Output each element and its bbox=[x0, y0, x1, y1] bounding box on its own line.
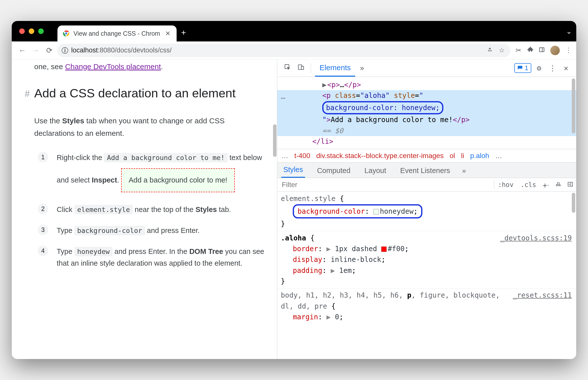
crumb-item[interactable]: div.stack.stack--block.type.center-image… bbox=[316, 152, 444, 160]
bookmark-icon[interactable]: ☆ bbox=[497, 46, 506, 54]
lead-text: one, see Change DevTools placement. bbox=[34, 61, 267, 72]
step-4: Type honeydew and press Enter. In the DO… bbox=[34, 246, 267, 270]
browser-window: View and change CSS - Chrom ✕ + ⌄ ← → ⟳ … bbox=[12, 21, 576, 359]
computed-tab[interactable]: Computed bbox=[315, 167, 352, 178]
back-button[interactable]: ← bbox=[17, 46, 28, 55]
extensions-icon[interactable] bbox=[527, 46, 533, 54]
step-1: Right-click the Add a background color t… bbox=[34, 152, 267, 195]
step-3: Type background-color and press Enter. bbox=[34, 225, 267, 237]
code-bg-text: Add a background color to me! bbox=[104, 153, 227, 162]
toolbar: ← → ⟳ i localhost:8080/docs/devtools/css… bbox=[12, 41, 576, 59]
cls-toggle[interactable]: .cls bbox=[517, 181, 540, 189]
page-viewport: one, see Change DevTools placement. Add … bbox=[12, 59, 277, 359]
color-swatch-red[interactable] bbox=[381, 246, 387, 252]
change-placement-link[interactable]: Change DevTools placement bbox=[65, 62, 161, 71]
close-devtools-button[interactable]: ✕ bbox=[560, 64, 572, 72]
elements-tab[interactable]: Elements bbox=[315, 60, 355, 77]
page-scrollbar[interactable] bbox=[273, 124, 277, 157]
close-tab-button[interactable]: ✕ bbox=[164, 30, 172, 37]
source-link[interactable]: _devtools.scss:19 bbox=[500, 233, 572, 243]
rule-element-style[interactable]: element.style { background-color: honeyd… bbox=[277, 192, 576, 231]
dom-breadcrumb: … t-400 div.stack.stack--block.type.cent… bbox=[277, 149, 576, 162]
color-swatch-honeydew[interactable] bbox=[373, 209, 379, 214]
browser-tab[interactable]: View and change CSS - Chrom ✕ bbox=[57, 25, 177, 41]
source-link[interactable]: _reset.scss:11 bbox=[513, 290, 572, 301]
crumb-item[interactable]: t-400 bbox=[294, 152, 310, 160]
crumb-item[interactable]: li bbox=[461, 152, 464, 160]
layout-tab[interactable]: Layout bbox=[362, 167, 388, 178]
url-text: localhost:8080/docs/devtools/css/ bbox=[71, 46, 172, 54]
scissors-icon[interactable]: ✂ bbox=[516, 46, 521, 54]
devtools-menu-icon[interactable]: ⋮ bbox=[547, 64, 558, 72]
devtools-toolbar: Elements » 1 ⚙ ⋮ ✕ bbox=[277, 59, 576, 77]
dom-selected-block[interactable]: <p class="aloha" style=" background-colo… bbox=[277, 90, 576, 136]
chrome-favicon bbox=[62, 30, 70, 37]
code-bgcolor: background-color bbox=[74, 226, 145, 235]
tabs-overflow-icon[interactable]: » bbox=[357, 64, 367, 72]
reload-button[interactable]: ⟳ bbox=[44, 46, 55, 55]
code-honeydew: honeydew bbox=[74, 247, 112, 256]
svg-rect-3 bbox=[540, 48, 544, 52]
tab-title: View and change CSS - Chrom bbox=[73, 30, 160, 37]
dom-line[interactable]: </li> bbox=[277, 136, 576, 147]
crumb-item-selected[interactable]: p.aloh bbox=[470, 152, 489, 160]
dom-line[interactable]: ">Add a background color to me!</p> bbox=[322, 114, 576, 125]
styles-subtabs: Styles Computed Layout Event Listeners » bbox=[277, 162, 576, 178]
new-tab-button[interactable]: + bbox=[181, 28, 186, 37]
share-icon[interactable] bbox=[485, 46, 494, 54]
settings-icon[interactable]: ⚙ bbox=[533, 64, 545, 72]
dom-dollar-zero: == $0 bbox=[322, 125, 576, 136]
maximize-window-button[interactable] bbox=[38, 28, 44, 34]
inspect-icon[interactable] bbox=[282, 64, 293, 72]
styles-filter-row: :hov .cls +⌄ bbox=[277, 178, 576, 192]
content-area: one, see Change DevTools placement. Add … bbox=[12, 59, 576, 359]
paintbrush-icon[interactable] bbox=[552, 181, 564, 189]
rule-highlight-oval: background-color: honeydew; bbox=[293, 204, 422, 218]
site-info-icon[interactable]: i bbox=[62, 47, 68, 54]
address-bar[interactable]: i localhost:8080/docs/devtools/css/ ☆ bbox=[57, 44, 511, 57]
computed-sidebar-toggle-icon[interactable] bbox=[564, 181, 576, 189]
style-highlight-oval: background-color: honeydew; bbox=[322, 101, 443, 114]
profile-avatar[interactable] bbox=[550, 46, 560, 55]
dom-ellipsis-icon[interactable]: ⋯ bbox=[281, 92, 286, 104]
intro-paragraph: Use the Styles tab when you want to chan… bbox=[34, 115, 267, 139]
hov-toggle[interactable]: :hov bbox=[494, 181, 517, 189]
steps-list: Right-click the Add a background color t… bbox=[34, 152, 267, 269]
styles-tab[interactable]: Styles bbox=[281, 166, 305, 178]
tab-strip: View and change CSS - Chrom ✕ + ⌄ bbox=[12, 21, 576, 41]
svg-point-2 bbox=[65, 32, 67, 34]
devtools-panel: Elements » 1 ⚙ ⋮ ✕ ⋯ ▶<p>…</p> <p class=… bbox=[277, 59, 576, 359]
dom-line[interactable]: ▶<p>…</p> bbox=[277, 79, 576, 90]
rules-scrollbar[interactable] bbox=[572, 193, 575, 213]
new-rule-button[interactable]: +⌄ bbox=[540, 181, 553, 189]
dom-line[interactable]: <p class="aloha" style=" bbox=[322, 90, 576, 101]
minimize-window-button[interactable] bbox=[29, 28, 34, 34]
tab-overflow-button[interactable]: ⌄ bbox=[566, 27, 572, 35]
svg-rect-7 bbox=[301, 66, 303, 70]
toolbar-right: ✂ ⋮ bbox=[513, 46, 571, 55]
rule-aloha[interactable]: _devtools.scss:19 .aloha { border: ▶ 1px… bbox=[277, 231, 576, 289]
sidepanel-icon[interactable] bbox=[539, 46, 545, 54]
subtabs-overflow-icon[interactable]: » bbox=[462, 167, 466, 178]
forward-button[interactable]: → bbox=[30, 46, 41, 55]
crumb-item[interactable]: ol bbox=[450, 152, 455, 160]
dom-line[interactable]: background-color: honeydew; bbox=[322, 101, 576, 114]
styles-rules: element.style { background-color: honeyd… bbox=[277, 192, 576, 359]
chrome-menu-button[interactable]: ⋮ bbox=[565, 46, 571, 54]
device-mode-icon[interactable] bbox=[295, 64, 307, 72]
rule-reset[interactable]: _reset.scss:11 body, h1, h2, h3, h4, h5,… bbox=[277, 288, 576, 324]
crumb-ellipsis[interactable]: … bbox=[281, 152, 288, 160]
dom-tree[interactable]: ⋯ ▶<p>…</p> <p class="aloha" style=" bac… bbox=[277, 77, 576, 149]
page-heading: Add a CSS declaration to an element bbox=[34, 86, 267, 101]
window-controls bbox=[19, 28, 44, 34]
crumb-ellipsis[interactable]: … bbox=[495, 152, 502, 160]
dom-scrollbar[interactable] bbox=[572, 78, 575, 133]
event-listeners-tab[interactable]: Event Listeners bbox=[398, 167, 452, 178]
step-2: Click element.style near the top of the … bbox=[34, 204, 267, 216]
code-element-style: element.style bbox=[74, 205, 133, 214]
issues-button[interactable]: 1 bbox=[514, 63, 531, 73]
styles-filter-input[interactable] bbox=[277, 181, 494, 189]
demo-element[interactable]: Add a background color to me! bbox=[121, 168, 235, 192]
close-window-button[interactable] bbox=[19, 28, 25, 34]
